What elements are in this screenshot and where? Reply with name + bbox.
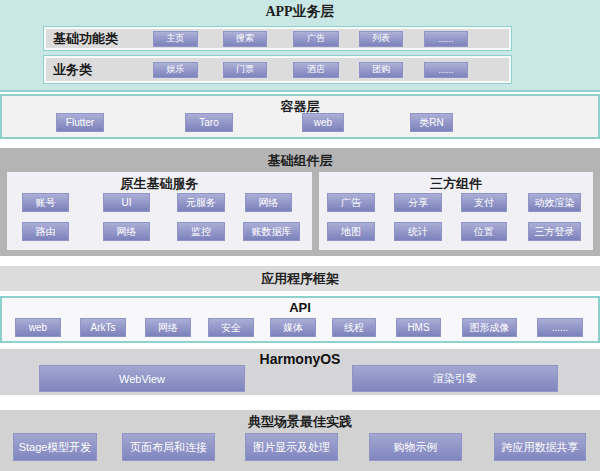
chip-button: 地图 bbox=[327, 222, 375, 241]
chip-button: 类RN bbox=[410, 113, 453, 132]
chip-button: 分享 bbox=[394, 193, 442, 212]
chip-button: 主页 bbox=[153, 31, 198, 47]
app-framework-title: 应用程序框架 bbox=[0, 266, 600, 291]
practice-block: 页面布局和连接 bbox=[122, 433, 215, 461]
base-components-layer-title: 基础组件层 bbox=[0, 148, 600, 170]
layer-best-practices: 典型场景最佳实践 Stage模型开发 页面布局和连接 图片显示及处理 购物示例 … bbox=[0, 410, 600, 471]
chip-button: UI bbox=[103, 193, 150, 212]
chip-button: 网络 bbox=[103, 222, 150, 241]
business-label: 业务类 bbox=[53, 61, 92, 79]
chip-button: 线程 bbox=[332, 318, 376, 337]
chip-button: 搜索 bbox=[223, 31, 267, 47]
chip-button: 统计 bbox=[394, 222, 442, 241]
chip-button: 路由 bbox=[22, 222, 69, 241]
basic-function-label: 基础功能类 bbox=[53, 30, 118, 48]
layer-base-components: 基础组件层 原生基础服务 账号 UI 元服务 网络 路由 网络 监控 账数据库 … bbox=[0, 148, 600, 256]
native-services-title: 原生基础服务 bbox=[7, 172, 312, 193]
chip-button: 图形成像 bbox=[462, 318, 517, 337]
chip-button: 安全 bbox=[208, 318, 254, 337]
layer-app-business: APP业务层 基础功能类 主页 搜索 广告 列表 ...... 业务类 娱乐 门… bbox=[0, 0, 600, 92]
chip-button: ...... bbox=[424, 62, 468, 78]
chip-button: Flutter bbox=[56, 113, 104, 132]
business-row: 业务类 娱乐 门票 酒店 团购 ...... bbox=[43, 55, 512, 84]
chip-button: 动效渲染 bbox=[528, 193, 581, 212]
chip-button: 账号 bbox=[22, 193, 69, 212]
architecture-diagram: APP业务层 基础功能类 主页 搜索 广告 列表 ...... 业务类 娱乐 门… bbox=[0, 0, 600, 471]
practice-block: 图片显示及处理 bbox=[245, 433, 338, 461]
layer-harmonyos: HarmonyOS WebView 渲染引擎 bbox=[0, 349, 600, 395]
chip-button: Taro bbox=[185, 113, 233, 132]
chip-button: 酒店 bbox=[293, 62, 339, 78]
chip-button: 网络 bbox=[145, 318, 191, 337]
chip-button: 三方登录 bbox=[528, 222, 581, 241]
chip-button: 位置 bbox=[461, 222, 507, 241]
native-services-group: 原生基础服务 账号 UI 元服务 网络 路由 网络 监控 账数据库 bbox=[7, 172, 312, 250]
chip-button: 支付 bbox=[461, 193, 507, 212]
practice-block: Stage模型开发 bbox=[13, 433, 97, 461]
app-business-layer-title: APP业务层 bbox=[0, 0, 600, 21]
layer-api: API web ArkTs 网络 安全 媒体 线程 HMS 图形成像 .....… bbox=[0, 296, 600, 343]
chip-button: 广告 bbox=[293, 31, 339, 47]
best-practices-title: 典型场景最佳实践 bbox=[0, 410, 600, 431]
chip-button: ...... bbox=[537, 318, 583, 337]
api-title: API bbox=[2, 298, 598, 315]
third-party-title: 三方组件 bbox=[319, 172, 593, 193]
chip-button: 元服务 bbox=[177, 193, 225, 212]
chip-button: 媒体 bbox=[270, 318, 316, 337]
layer-app-framework: 应用程序框架 bbox=[0, 266, 600, 291]
chip-button: 账数据库 bbox=[243, 222, 300, 241]
chip-button: web bbox=[302, 113, 344, 132]
chip-button: 广告 bbox=[327, 193, 375, 212]
third-party-group: 三方组件 广告 分享 支付 动效渲染 地图 统计 位置 三方登录 bbox=[319, 172, 593, 250]
chip-button: HMS bbox=[396, 318, 441, 337]
chip-button: 团购 bbox=[359, 62, 403, 78]
practice-block: 购物示例 bbox=[369, 433, 462, 461]
chip-button: 门票 bbox=[223, 62, 267, 78]
chip-button: 列表 bbox=[359, 31, 403, 47]
chip-button: 网络 bbox=[245, 193, 292, 212]
chip-button: web bbox=[15, 318, 61, 337]
chip-button: ...... bbox=[424, 31, 468, 47]
chip-button: 监控 bbox=[177, 222, 225, 241]
chip-button: ArkTs bbox=[80, 318, 126, 337]
layer-container: 容器层 Flutter Taro web 类RN bbox=[0, 94, 600, 139]
render-engine-block: 渲染引擎 bbox=[352, 365, 558, 392]
webview-block: WebView bbox=[39, 365, 245, 392]
practice-block: 跨应用数据共享 bbox=[494, 433, 586, 461]
chip-button: 娱乐 bbox=[153, 62, 198, 78]
basic-function-row: 基础功能类 主页 搜索 广告 列表 ...... bbox=[43, 26, 512, 51]
